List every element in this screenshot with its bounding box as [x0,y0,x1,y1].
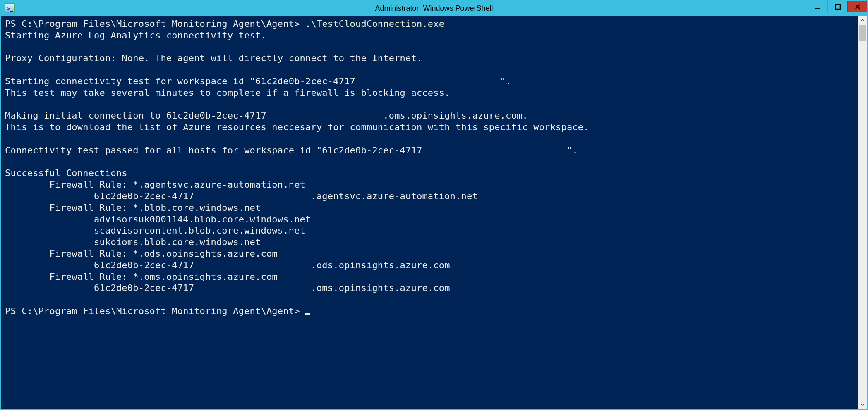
output-line: Firewall Rule: *.ods.opinsights.azure.co… [5,248,278,259]
output-line: Firewall Rule: *.agentsvc.azure-automati… [5,179,305,190]
output-line: Starting Azure Log Analytics connectivit… [5,30,266,41]
window-controls [808,1,867,12]
svg-rect-1 [835,4,840,9]
powershell-icon: >_ [5,3,15,13]
scroll-thumb[interactable] [859,25,866,41]
svg-rect-0 [815,8,820,9]
output-line: Starting connectivity test for workspace… [5,76,511,86]
output-line: This test may take several minutes to co… [5,88,450,98]
output-line: 61c2de0b-2cec-4717 .oms.opinsights.azure… [5,283,450,293]
vertical-scrollbar[interactable] [858,16,867,409]
output-line: Connectivity test passed for all hosts f… [5,145,578,155]
output-line: sukoioms.blob.core.windows.net [5,237,261,247]
maximize-button[interactable] [827,1,847,12]
cursor [305,313,310,315]
scroll-down-button[interactable] [858,400,867,409]
output-line: 61c2de0b-2cec-4717 .ods.opinsights.azure… [5,260,450,270]
output-line: Proxy Configuration: None. The agent wil… [5,53,422,63]
output-line: Firewall Rule: *.oms.opinsights.azure.co… [5,272,278,282]
output-line: Successful Connections [5,168,127,178]
chevron-up-icon [861,18,865,22]
minimize-button[interactable] [808,1,827,12]
output-line: This is to download the list of Azure re… [5,122,589,132]
titlebar[interactable]: >_ Administrator: Windows PowerShell [1,1,867,16]
window-title: Administrator: Windows PowerShell [1,4,867,13]
console-output[interactable]: PS C:\Program Files\Microsoft Monitoring… [1,16,858,409]
prompt-line-1: PS C:\Program Files\Microsoft Monitoring… [5,19,305,29]
powershell-icon-glyph: >_ [7,5,13,12]
minimize-icon [815,4,821,10]
output-line: scadvisorcontent.blob.core.windows.net [5,225,305,236]
scroll-up-button[interactable] [858,16,867,25]
close-button[interactable] [847,1,867,12]
output-line: advisorsuk0001144.blob.core.windows.net [5,214,311,224]
prompt-line-2: PS C:\Program Files\Microsoft Monitoring… [5,306,305,316]
maximize-icon [835,4,841,10]
command-typed: .\TestCloudConnection.exe [305,19,444,29]
scroll-track[interactable] [858,25,867,400]
client-area: PS C:\Program Files\Microsoft Monitoring… [1,16,867,409]
output-line: 61c2de0b-2cec-4717 .agentsvc.azure-autom… [5,191,478,201]
output-line: Firewall Rule: *.blob.core.windows.net [5,203,261,213]
chevron-down-icon [861,403,865,407]
powershell-window: >_ Administrator: Windows PowerShell [0,0,868,410]
close-icon [855,4,861,10]
output-line: Making initial connection to 61c2de0b-2c… [5,110,528,121]
